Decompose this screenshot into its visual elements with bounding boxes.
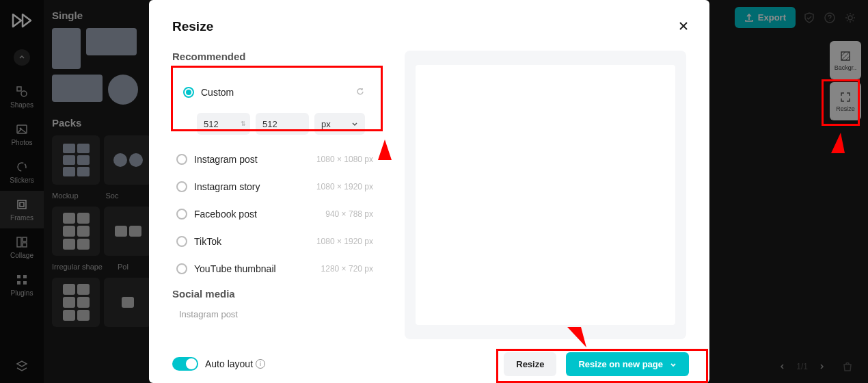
height-input[interactable]: 512 xyxy=(256,113,309,135)
option-dimensions: 1080 × 1920 px xyxy=(316,237,373,246)
option-custom[interactable]: Custom xyxy=(179,79,370,106)
unit-select[interactable]: px xyxy=(314,113,365,135)
auto-layout-label: Auto layout xyxy=(205,358,253,369)
chevron-down-icon xyxy=(670,361,677,368)
resize-new-page-button[interactable]: Resize on new page xyxy=(566,352,689,376)
option-facebook-post[interactable]: Facebook post 940 × 788 px xyxy=(172,200,377,228)
info-icon[interactable]: i xyxy=(256,359,265,369)
custom-size-block: Custom 512⇅ 512 px xyxy=(172,72,377,146)
auto-layout-row: Auto layout i xyxy=(172,347,377,376)
preview-canvas xyxy=(416,65,675,325)
option-dimensions: 1080 × 1920 px xyxy=(316,182,373,192)
resize-preview xyxy=(405,51,686,339)
option-label: YouTube thumbnail xyxy=(194,263,314,274)
option-youtube-thumbnail[interactable]: YouTube thumbnail 1280 × 720 px xyxy=(172,255,377,282)
width-input[interactable]: 512⇅ xyxy=(197,113,250,135)
option-dimensions: 1280 × 720 px xyxy=(321,264,373,274)
radio-icon xyxy=(176,181,187,192)
radio-icon xyxy=(176,236,187,247)
stepper-icon[interactable]: ⇅ xyxy=(241,120,246,127)
reset-icon[interactable] xyxy=(355,87,366,98)
radio-icon xyxy=(176,209,187,220)
resize-options: Recommended Custom 512⇅ 512 px xyxy=(172,51,377,376)
button-label: Resize on new page xyxy=(578,359,663,369)
auto-layout-toggle[interactable] xyxy=(172,357,198,371)
modal-footer: Resize Resize on new page xyxy=(504,345,689,383)
option-tiktok[interactable]: TikTok 1080 × 1920 px xyxy=(172,228,377,255)
unit-value: px xyxy=(321,119,331,129)
option-label: Instagram post xyxy=(194,154,310,165)
option-instagram-post[interactable]: Instagram post 1080 × 1080 px xyxy=(172,146,377,173)
section-social: Social media xyxy=(172,288,377,300)
close-button[interactable] xyxy=(675,18,692,34)
option-label: Instagram story xyxy=(194,181,310,192)
option-label: Custom xyxy=(201,87,349,98)
option-label: TikTok xyxy=(194,236,310,247)
radio-selected-icon xyxy=(183,87,194,98)
resize-modal: Resize Recommended Custom 512⇅ 512 px xyxy=(149,0,709,383)
resize-button[interactable]: Resize xyxy=(504,352,556,376)
option-label: Facebook post xyxy=(194,209,318,220)
radio-icon xyxy=(176,154,187,165)
radio-icon xyxy=(176,263,187,274)
section-recommended: Recommended xyxy=(172,51,377,62)
chevron-down-icon xyxy=(351,120,358,127)
modal-title: Resize xyxy=(172,19,686,34)
option-instagram-story[interactable]: Instagram story 1080 × 1920 px xyxy=(172,173,377,200)
option-dimensions: 1080 × 1080 px xyxy=(316,155,373,164)
option-dimensions: 940 × 788 px xyxy=(325,209,373,219)
social-item[interactable]: Instagram post xyxy=(172,305,377,323)
